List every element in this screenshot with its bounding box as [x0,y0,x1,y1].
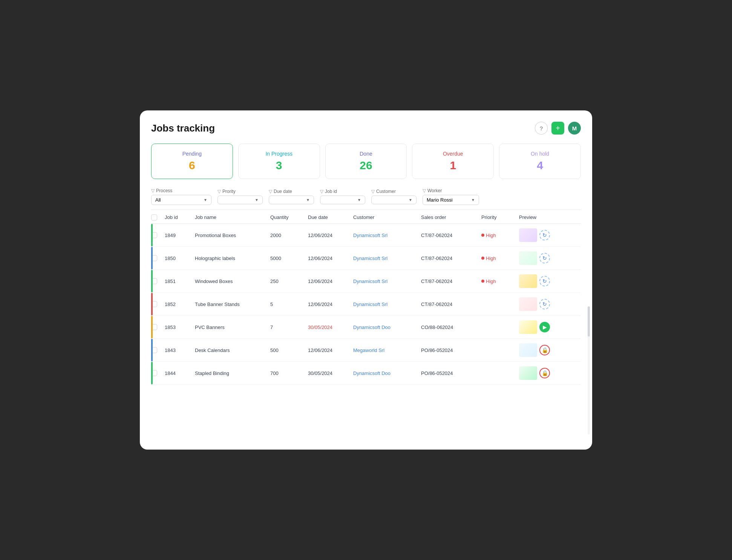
cell-job-name: Windowed Boxes [195,278,270,284]
reload-icon[interactable]: ↻ [539,230,550,240]
status-bar [151,270,153,292]
cell-job-id: 1843 [165,347,195,353]
status-card-overdue[interactable]: Overdue 1 [412,144,494,179]
cell-due-date: 30/05/2024 [308,324,353,330]
cell-quantity: 5000 [270,256,308,261]
status-bar [151,247,153,269]
priority-text: High [486,256,496,261]
table-row[interactable]: 1850 Holographic labels 5000 12/06/2024 … [151,247,581,270]
table-row[interactable]: 1849 Promotional Boxes 2000 12/06/2024 D… [151,224,581,247]
filter-customer-select[interactable]: ▼ [371,196,417,204]
chevron-down-icon: ▼ [409,198,412,202]
filter-group-priority: ▽ Prority ▼ [217,189,263,204]
add-button[interactable]: + [551,122,564,135]
cell-preview: 🔒 [519,366,564,380]
funnel-icon: ▽ [371,189,375,194]
select-all-checkbox[interactable] [151,214,157,220]
status-card-count: 26 [332,159,401,172]
table-row[interactable]: 1851 Windowed Boxes 250 12/06/2024 Dynam… [151,270,581,293]
status-card-onhold[interactable]: On hold 4 [499,144,581,179]
priority-text: High [486,233,496,238]
preview-thumbnail[interactable] [519,228,537,242]
cell-customer[interactable]: Dynamicsoft Srl [353,256,421,261]
col-sales-order: Sales order [421,214,481,220]
scroll-indicator[interactable] [588,306,590,435]
reload-icon[interactable]: ↻ [539,253,550,263]
cell-checkbox [151,232,165,238]
filter-worker-select[interactable]: Mario Rossi ▼ [423,195,479,205]
preview-thumbnail[interactable] [519,251,537,265]
cell-customer[interactable]: Dynamicsoft Srl [353,278,421,284]
reload-icon[interactable]: ↻ [539,276,550,286]
table-row[interactable]: 1853 PVC Banners 7 30/05/2024 Dynamicsof… [151,316,581,339]
filter-group-worker: ▽ Worker Mario Rossi ▼ [423,188,479,205]
status-card-count: 4 [505,159,574,172]
filter-job-id-label: ▽ Job id [320,189,365,194]
cell-preview: ↻ [519,251,564,265]
table-row[interactable]: 1843 Desk Calendars 500 12/06/2024 Megaw… [151,339,581,362]
page-title: Jobs tracking [151,122,215,134]
status-card-label: Done [332,151,401,157]
cell-customer[interactable]: Dynamicsoft Srl [353,233,421,238]
cell-sales-order: CT/87-062024 [421,278,481,284]
jobs-table: Job id Job name Quantity Due date Custom… [151,210,581,385]
funnel-icon: ▽ [151,188,155,193]
status-bar [151,224,153,246]
reload-icon[interactable]: ↻ [539,299,550,309]
cell-due-date: 12/06/2024 [308,278,353,284]
cell-job-id: 1852 [165,301,195,307]
preview-cell: ↻ [519,274,564,288]
cell-customer[interactable]: Dynamicsoft Doo [353,324,421,330]
table-row[interactable]: 1852 Tube Banner Stands 5 12/06/2024 Dyn… [151,293,581,316]
cell-quantity: 250 [270,278,308,284]
col-customer: Customer [353,214,421,220]
filter-job-id-select[interactable]: ▼ [320,196,365,204]
preview-thumbnail[interactable] [519,297,537,311]
cell-priority: High [481,278,519,284]
status-card-count: 3 [245,159,314,172]
status-card-done[interactable]: Done 26 [325,144,407,179]
cell-checkbox [151,255,165,261]
cell-quantity: 7 [270,324,308,330]
status-cards: Pending 6 In Progress 3 Done 26 Overdue … [151,144,581,179]
preview-cell: 🔒 [519,343,564,357]
play-icon[interactable]: ▶ [539,322,550,332]
preview-cell: ↻ [519,228,564,242]
help-button[interactable]: ? [535,122,548,135]
priority-dot [481,257,484,260]
cell-checkbox [151,370,165,376]
cell-checkbox [151,301,165,307]
lock-icon[interactable]: 🔒 [539,345,550,355]
preview-thumbnail[interactable] [519,366,537,380]
preview-thumbnail[interactable] [519,274,537,288]
funnel-icon: ▽ [423,188,426,193]
cell-checkbox [151,324,165,330]
cell-sales-order: CT/87-062024 [421,301,481,307]
preview-thumbnail[interactable] [519,320,537,334]
status-card-pending[interactable]: Pending 6 [151,144,233,179]
cell-job-id: 1849 [165,233,195,238]
status-card-count: 6 [158,159,227,172]
col-priority: Priority [481,214,519,220]
filter-group-due-date: ▽ Due date ▼ [269,189,314,204]
status-card-inprogress[interactable]: In Progress 3 [238,144,320,179]
table-row[interactable]: 1844 Stapled Binding 700 30/05/2024 Dyna… [151,362,581,385]
cell-job-id: 1853 [165,324,195,330]
cell-customer[interactable]: Dynamicsoft Srl [353,301,421,307]
lock-icon[interactable]: 🔒 [539,368,550,378]
preview-cell: ↻ [519,297,564,311]
filter-due-date-select[interactable]: ▼ [269,196,314,204]
filter-process-select[interactable]: All ▼ [151,195,211,205]
preview-cell: ↻ [519,251,564,265]
cell-customer[interactable]: Dynamicsoft Doo [353,370,421,376]
cell-priority: High [481,256,519,261]
funnel-icon: ▽ [320,189,323,194]
col-checkbox [151,214,165,220]
filter-customer-label: ▽ Customer [371,189,417,194]
preview-thumbnail[interactable] [519,343,537,357]
table-body: 1849 Promotional Boxes 2000 12/06/2024 D… [151,224,581,385]
cell-sales-order: CT/87-062024 [421,233,481,238]
avatar[interactable]: M [568,122,581,135]
filter-priority-select[interactable]: ▼ [217,196,263,204]
cell-customer[interactable]: Megaworld Srl [353,347,421,353]
